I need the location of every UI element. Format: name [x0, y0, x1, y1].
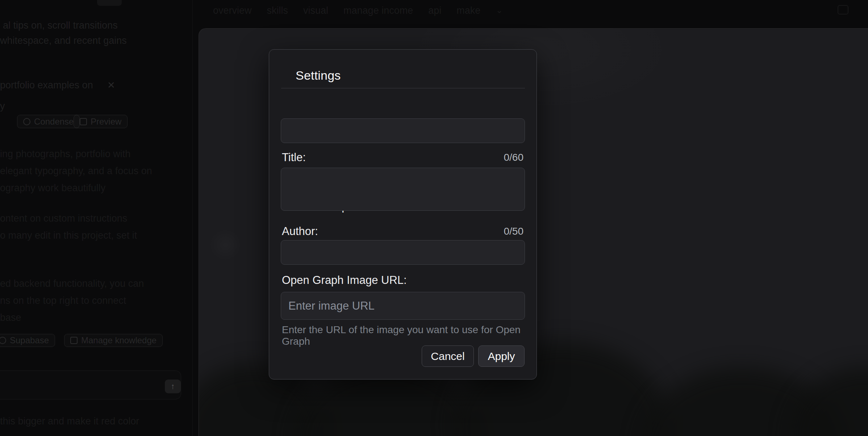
chat-message-line: ed backend functionality, you can: [0, 278, 144, 289]
og-image-url-input[interactable]: [281, 292, 525, 320]
chat-message-line: ography work beautifully: [0, 183, 105, 194]
top-nav-item[interactable]: overview: [213, 5, 252, 16]
dialog-divider: [281, 88, 525, 88]
top-nav-item[interactable]: make: [456, 5, 480, 16]
chat-draft-text: this bigger and make it red color: [0, 416, 139, 427]
chevron-down-icon[interactable]: ⌄: [496, 5, 503, 16]
forest-silhouette: [789, 367, 868, 436]
preview-label: Preview: [91, 117, 121, 127]
top-nav-item[interactable]: visual: [303, 5, 328, 16]
meta-description-textarea[interactable]: [281, 168, 525, 211]
chat-message-line: al tips on, scroll transitions: [3, 20, 118, 31]
chat-message-line: o many edit in this project, set it: [0, 230, 137, 241]
supabase-icon: [0, 337, 6, 344]
top-nav: overview skills visual manage income api…: [213, 5, 503, 16]
manage-knowledge-label: Manage knowledge: [81, 335, 157, 345]
chat-message-line: elegant typography, and a focus on: [0, 165, 152, 177]
og-image-helper-text: Enter the URL of the image you want to u…: [282, 324, 537, 347]
title-counter: 0/60: [504, 152, 524, 163]
cancel-button[interactable]: Cancel: [422, 345, 474, 367]
author-input[interactable]: [281, 240, 525, 265]
condense-button[interactable]: Condense: [17, 115, 80, 128]
send-button[interactable]: ↑: [165, 380, 181, 393]
preview-circle-blob: [209, 229, 242, 261]
author-counter: 0/50: [504, 226, 524, 237]
panel-toggle-icon[interactable]: [838, 5, 848, 14]
author-label: Author:: [282, 225, 318, 238]
chat-message-line: base: [0, 312, 21, 323]
chat-message-line: whitespace, and recent gains: [0, 35, 127, 46]
supabase-button[interactable]: Supabase: [0, 334, 55, 347]
dialog-title: Settings: [296, 68, 341, 83]
knowledge-icon: [70, 337, 78, 344]
condense-label: Condense: [34, 117, 74, 127]
send-icon: ↑: [171, 382, 175, 391]
chat-message-line: ns on the top right to connect: [0, 295, 126, 306]
settings-dialog: Settings Title: 0/60 Meta Description: 0…: [269, 49, 537, 380]
chat-input[interactable]: [0, 370, 181, 399]
notice-text-2: y: [0, 101, 5, 112]
condense-icon: [23, 118, 30, 125]
top-nav-item[interactable]: manage income: [343, 5, 413, 16]
chat-message-line: ing photographs, portfolio with: [0, 148, 130, 160]
manage-knowledge-button[interactable]: Manage knowledge: [64, 334, 163, 347]
og-image-url-label: Open Graph Image URL:: [282, 274, 407, 287]
apply-button[interactable]: Apply: [478, 345, 525, 367]
chat-sidebar: al tips on, scroll transitions whitespac…: [0, 0, 192, 436]
title-label: Title:: [282, 151, 306, 164]
chat-message-line: ontent on custom instructions: [0, 213, 127, 224]
supabase-label: Supabase: [10, 335, 49, 345]
title-input[interactable]: [281, 118, 525, 143]
top-nav-item[interactable]: api: [428, 5, 441, 16]
notice-text: portfolio examples on: [0, 80, 93, 91]
close-icon[interactable]: ✕: [107, 80, 115, 91]
sidebar-divider: [192, 0, 193, 436]
preview-icon: [80, 118, 87, 125]
preview-button[interactable]: Preview: [74, 115, 128, 128]
top-nav-item[interactable]: skills: [267, 5, 288, 16]
